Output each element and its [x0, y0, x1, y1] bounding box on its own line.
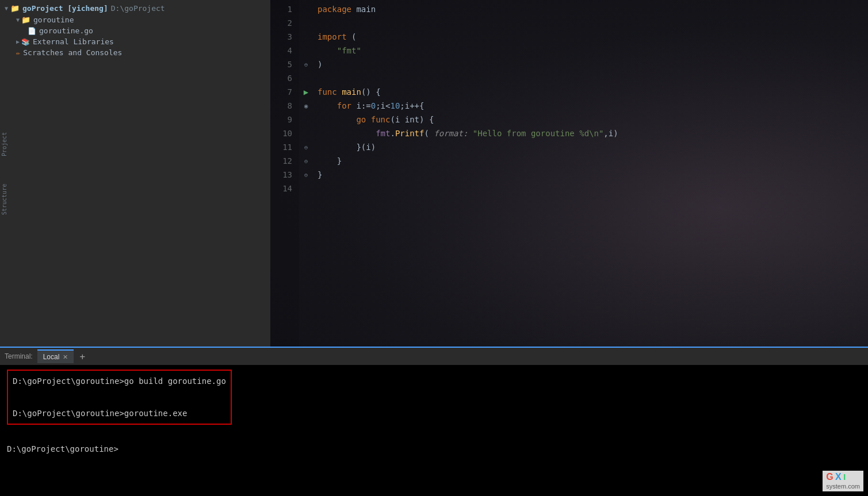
assign-8: :=	[361, 99, 371, 113]
ln-4: 4	[270, 44, 292, 57]
close-12: }	[337, 154, 342, 168]
code-line-5: )	[318, 57, 868, 71]
pkg-fmt: fmt	[376, 126, 390, 140]
code-line-14	[318, 182, 868, 195]
sidebar-item-goroutine[interactable]: ▼ 📁 goroutine	[0, 14, 270, 25]
gutter-11: ⊖	[299, 140, 313, 154]
editor-area[interactable]: 1 2 3 4 5 6 7 8 9 10 11 12 13 14	[270, 0, 868, 347]
indent-8	[318, 99, 337, 113]
gutter-13: ⊖	[299, 168, 313, 182]
ln-5: 5	[270, 57, 292, 71]
terminal-add-button[interactable]: +	[76, 351, 89, 362]
fold-icon-13[interactable]: ⊖	[304, 172, 308, 178]
run-icon-7[interactable]: ▶	[304, 87, 308, 97]
structure-side-label: Structure	[0, 181, 9, 217]
space-9	[366, 113, 370, 126]
code-lines[interactable]: package main import ( "fmt" )	[313, 0, 868, 347]
library-icon: 📚	[21, 38, 30, 46]
terminal-line-5: D:\goProject\goroutine>	[7, 441, 861, 457]
ln-2: 2	[270, 16, 292, 30]
indent-4	[318, 44, 337, 57]
project-chevron-icon: ▼	[5, 5, 8, 11]
param-hint: format:	[429, 126, 468, 140]
fold-icon-5[interactable]: ⊖	[304, 61, 308, 68]
space-8: i	[351, 99, 361, 113]
ln-7: 7	[270, 85, 292, 99]
terminal-label: Terminal:	[5, 352, 37, 360]
gutter-2	[299, 16, 313, 30]
indent-11	[318, 140, 356, 154]
kw-package: package	[318, 2, 351, 16]
terminal-highlighted-block: D:\goProject\goroutine>go build goroutin…	[7, 370, 232, 425]
ln-14: 14	[270, 182, 292, 195]
fn-printf: Printf	[395, 126, 425, 140]
code-line-6	[318, 71, 868, 85]
terminal-tab-name: Local	[43, 353, 60, 361]
gutter-9	[299, 113, 313, 126]
num-0: 0	[371, 99, 376, 113]
paren-9a: (i	[390, 113, 404, 126]
watermark: G X I system.com	[823, 471, 863, 491]
terminal-tab-local[interactable]: Local ✕	[37, 349, 74, 363]
terminal-tabs: Terminal: Local ✕ +	[0, 348, 868, 365]
terminal-line-2	[13, 389, 226, 405]
ext-lib-chevron-icon: ▶	[16, 39, 20, 45]
line-numbers: 1 2 3 4 5 6 7 8 9 10 11 12 13 14	[270, 0, 299, 347]
dot-10: .	[390, 126, 395, 140]
main-area: ▼ 📁 goProject [yicheng] D:\goProject ▼ 📁…	[0, 0, 868, 347]
code-content: 1 2 3 4 5 6 7 8 9 10 11 12 13 14	[270, 0, 868, 347]
gutter-8: ◉	[299, 99, 313, 113]
sidebar-item-external-libraries[interactable]: ▶ 📚 External Libraries	[0, 36, 270, 47]
kw-func: func	[318, 85, 337, 99]
space-10	[468, 126, 472, 140]
code-line-7: func main () {	[318, 85, 868, 99]
code-line-2	[318, 16, 868, 30]
sidebar-item-scratches[interactable]: ✏️ Scratches and Consoles	[0, 47, 270, 58]
ln-10: 10	[270, 126, 292, 140]
scratches-icon: ✏️	[16, 49, 20, 57]
terminal-content[interactable]: D:\goProject\goroutine>go build goroutin…	[0, 365, 868, 496]
space-7a	[337, 85, 342, 99]
kw-for: for	[337, 99, 351, 113]
gutter-1	[299, 2, 313, 16]
goroutine-folder-label: goroutine	[33, 16, 74, 24]
wm-x: X	[835, 472, 842, 482]
go-file-icon: 📄	[28, 27, 36, 35]
sidebar-item-goroutine-file[interactable]: 📄 goroutine.go	[0, 25, 270, 36]
indent-10	[318, 126, 376, 140]
num-10: 10	[390, 99, 400, 113]
gutter-5: ⊖	[299, 57, 313, 71]
gutter-7[interactable]: ▶	[299, 85, 313, 99]
project-name: goProject [yicheng]	[22, 4, 108, 13]
code-line-9: go func (i int ) {	[318, 113, 868, 126]
code-line-4: "fmt"	[318, 44, 868, 57]
terminal-tab-close-icon[interactable]: ✕	[63, 353, 68, 361]
wm-i: I	[843, 472, 846, 482]
gutter-3	[299, 30, 313, 44]
ln-9: 9	[270, 113, 292, 126]
fold-icon-12[interactable]: ⊖	[304, 158, 308, 164]
ln-6: 6	[270, 71, 292, 85]
ln-8: 8	[270, 99, 292, 113]
paren-7: () {	[361, 85, 381, 99]
goroutine-chevron-icon: ▼	[16, 17, 20, 23]
project-root[interactable]: ▼ 📁 goProject [yicheng] D:\goProject	[0, 2, 270, 14]
fold-icon-11[interactable]: ⊖	[304, 144, 308, 151]
terminal-area: Terminal: Local ✕ + D:\goProject\gorouti…	[0, 347, 868, 496]
comma-10: ,i)	[603, 126, 618, 140]
project-path: D:\goProject	[111, 4, 165, 13]
terminal-line-1: D:\goProject\goroutine>go build goroutin…	[13, 373, 226, 389]
code-line-8: for i := 0 ;i< 10 ;i++{	[318, 99, 868, 113]
terminal-line-3: D:\goProject\goroutine>goroutine.exe	[13, 405, 226, 421]
fn-main: main	[342, 85, 361, 99]
paren-9b: ) {	[419, 113, 434, 126]
bp-circle-8[interactable]: ◉	[304, 102, 308, 110]
gutter-12: ⊖	[299, 154, 313, 168]
plain-5: )	[318, 57, 322, 71]
plain-3: (	[347, 30, 357, 44]
kw-go: go	[356, 113, 366, 126]
close-11: }(i)	[356, 140, 376, 154]
str-hello: "Hello from goroutine %d\n"	[473, 126, 604, 140]
gutter-14	[299, 182, 313, 195]
external-libraries-label: External Libraries	[33, 37, 114, 46]
